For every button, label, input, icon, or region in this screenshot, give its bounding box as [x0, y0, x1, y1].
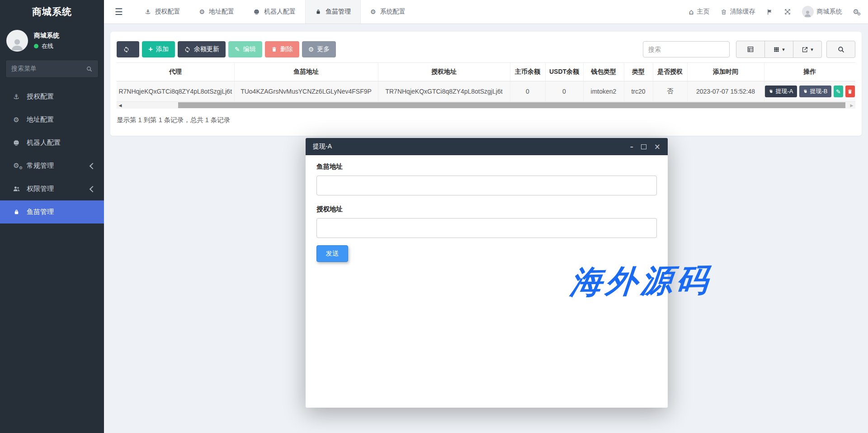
modal-body: 鱼苗地址 授权地址 发送 [306, 155, 668, 269]
col-usdt-balance[interactable]: USDT余额 [545, 63, 583, 81]
withdraw-a-button[interactable]: 提现-A [765, 86, 797, 97]
col-authorized[interactable]: 是否授权 [653, 63, 687, 81]
send-button[interactable]: 发送 [316, 245, 348, 262]
plus-icon: + [148, 45, 153, 54]
avatar [802, 6, 814, 18]
sidebar-item-general-mgmt[interactable]: ⚙⚙ 常规管理 [0, 154, 104, 177]
cell-actions: 提现-A 提现-B ✎ [764, 81, 855, 102]
user-menu[interactable]: 商城系统 [802, 6, 842, 18]
top-navbar: ☰ ⚓ 授权配置 ⚙ 地址配置 机器人配置 鱼苗管理 ⚙ 系统配置 [104, 0, 868, 24]
view-button-group: ▾ ▾ [736, 41, 822, 58]
add-button[interactable]: + 添加 [142, 41, 175, 57]
col-auth-address[interactable]: 授权地址 [378, 63, 510, 81]
tab-label: 机器人配置 [264, 8, 296, 16]
balance-update-button[interactable]: 余额更新 [178, 41, 226, 57]
search-button[interactable] [826, 41, 855, 58]
sidebar-search-input[interactable]: 搜索菜单 [5, 60, 99, 78]
cell-auth-address: TR7NHqjeKQxGTCi8q8ZY4pL8otSzgjLj6t [378, 81, 510, 102]
tab-robot-config[interactable]: 机器人配置 [244, 0, 305, 24]
more-button[interactable]: ⚙ 更多 [302, 41, 336, 57]
col-fry-address[interactable]: 鱼苗地址 [234, 63, 378, 81]
tab-address-config[interactable]: ⚙ 地址配置 [190, 0, 244, 24]
search-icon [837, 46, 845, 53]
tab-auth-config[interactable]: ⚓ 授权配置 [136, 0, 190, 24]
cell-fry-address: TUo4KZAGrsNvMusYCNZz6LGLyNev4FSF9P [234, 81, 378, 102]
user-panel: 商城系统 在线 [0, 24, 104, 56]
minimize-icon[interactable]: – [630, 143, 633, 150]
col-actions[interactable]: 操作 [764, 63, 855, 81]
nav-tabs: ⚓ 授权配置 ⚙ 地址配置 机器人配置 鱼苗管理 ⚙ 系统配置 [136, 0, 415, 24]
fry-address-input[interactable] [316, 176, 657, 195]
sidebar-item-label: 常规管理 [27, 162, 54, 170]
tab-system-config[interactable]: ⚙ 系统配置 [361, 0, 415, 24]
sidebar-search-placeholder: 搜索菜单 [11, 65, 86, 73]
col-type[interactable]: 类型 [624, 63, 653, 81]
trash-icon [847, 89, 853, 95]
home-link[interactable]: ⌂ 主页 [689, 7, 710, 16]
edit-button[interactable]: ✎ 编辑 [228, 41, 262, 57]
sidebar: 商城系统 商城系统 在线 搜索菜单 ⚓ 授权配置 ⚙ 地址配置 [0, 0, 104, 433]
tab-fry-mgmt[interactable]: 鱼苗管理 [305, 0, 361, 24]
col-agent[interactable]: 代理 [117, 63, 234, 81]
anchor-icon: ⚓ [145, 8, 151, 15]
cell-agent: R7NHqjeKQxGTCi8q8ZY4pL8otSzgjLj6t [117, 81, 234, 102]
cell-type: trc20 [624, 81, 653, 102]
navbar-right: ⌂ 主页 清除缓存 商城系统 ⚙⚙ [689, 6, 868, 18]
export-icon [802, 46, 808, 53]
sidebar-item-auth-config[interactable]: ⚓ 授权配置 [0, 85, 104, 108]
sidebar-item-fry-mgmt[interactable]: 鱼苗管理 [0, 200, 104, 224]
avatar [6, 30, 28, 52]
row-delete-button[interactable] [845, 86, 855, 97]
home-icon: ⌂ [689, 7, 694, 16]
withdraw-b-button[interactable]: 提现-B [799, 86, 831, 97]
watermark-text: 海外源码 [569, 259, 714, 304]
modal-header[interactable]: 提现-A – × [306, 138, 668, 155]
auth-address-input[interactable] [316, 218, 657, 238]
search-icon[interactable] [86, 66, 93, 72]
delete-button[interactable]: 删除 [265, 41, 299, 57]
scrollbar-track[interactable] [124, 102, 848, 109]
sidebar-item-permission-mgmt[interactable]: 权限管理 [0, 177, 104, 200]
horizontal-scrollbar[interactable]: ◀ ▶ [117, 102, 855, 109]
withdraw-hand-icon [769, 89, 774, 94]
col-wallet-type[interactable]: 钱包类型 [583, 63, 624, 81]
scroll-left-arrow[interactable]: ◀ [117, 103, 124, 108]
col-main-balance[interactable]: 主币余额 [510, 63, 545, 81]
sidebar-item-address-config[interactable]: ⚙ 地址配置 [0, 108, 104, 131]
user-status: 在线 [34, 42, 59, 50]
export-button[interactable]: ▾ [793, 41, 822, 58]
refresh-icon [184, 46, 191, 53]
settings-gears-icon[interactable]: ⚙⚙ [853, 9, 859, 15]
clear-cache-link[interactable]: 清除缓存 [721, 8, 755, 16]
table-toolbar: + 添加 余额更新 ✎ 编辑 删除 ⚙ 更多 [117, 41, 855, 58]
maximize-icon[interactable] [641, 144, 646, 149]
tab-label: 鱼苗管理 [326, 8, 351, 16]
sidebar-menu: ⚓ 授权配置 ⚙ 地址配置 机器人配置 ⚙⚙ 常规管理 权限管理 [0, 85, 104, 224]
fullscreen-icon[interactable] [784, 8, 791, 15]
navbar-username: 商城系统 [817, 8, 842, 16]
user-name: 商城系统 [34, 32, 59, 40]
close-icon[interactable]: × [654, 143, 660, 151]
user-status-label: 在线 [42, 42, 53, 50]
list-view-button[interactable] [736, 41, 765, 58]
sidebar-item-label: 授权配置 [27, 92, 54, 101]
lock-icon [12, 209, 21, 215]
users-icon [12, 185, 21, 193]
window-controls: – × [630, 143, 660, 151]
robot-icon [12, 139, 21, 147]
columns-button[interactable]: ▾ [764, 41, 793, 58]
table-search-input[interactable] [643, 41, 730, 57]
refresh-button[interactable] [117, 41, 139, 57]
record-summary: 显示第 1 到第 1 条记录，总共 1 条记录 [117, 116, 230, 124]
table-row[interactable]: R7NHqjeKQxGTCi8q8ZY4pL8otSzgjLj6t TUo4KZ… [117, 81, 855, 102]
brand-title: 商城系统 [0, 0, 104, 24]
scrollbar-thumb[interactable] [178, 102, 845, 108]
hamburger-icon[interactable]: ☰ [104, 6, 134, 17]
chevron-left-icon [90, 162, 96, 169]
tab-label: 地址配置 [209, 8, 234, 16]
flag-icon[interactable] [766, 9, 773, 15]
scroll-right-arrow[interactable]: ▶ [848, 103, 855, 108]
row-edit-button[interactable]: ✎ [834, 86, 843, 97]
col-added-time[interactable]: 添加时间 [687, 63, 764, 81]
sidebar-item-robot-config[interactable]: 机器人配置 [0, 131, 104, 154]
